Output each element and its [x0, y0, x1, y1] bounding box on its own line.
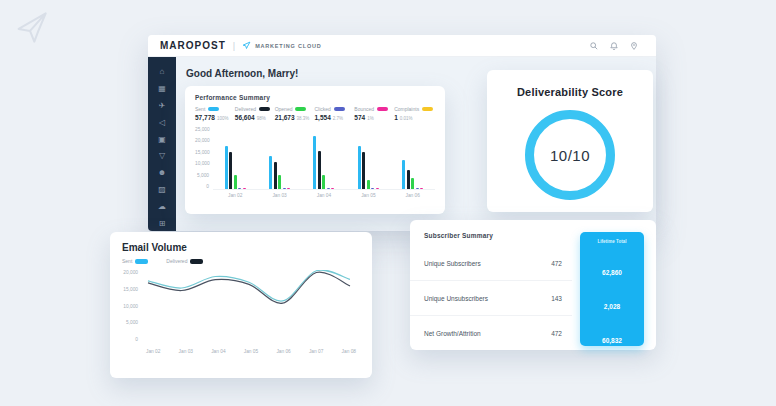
stat-sub-value: 100% [217, 116, 229, 121]
send-icon: ✈ [159, 102, 166, 110]
app-header: MAROPOST | MARKETING CLOUD [148, 35, 656, 57]
y-tick: 0 [195, 184, 209, 189]
sidebar-item-send[interactable]: ✈ [152, 99, 172, 113]
stat-color-pill [259, 107, 270, 111]
stat-label: Clicked [314, 106, 330, 112]
stat-bounced: Bounced5741% [354, 106, 394, 121]
greeting: Good Afternoon, Marry! [186, 68, 298, 79]
maropost-logo: MAROPOST [160, 40, 226, 51]
email-volume-card: Email Volume SentDelivered 20,00015,0001… [110, 232, 372, 378]
bar-bounced [331, 188, 334, 189]
stat-value-row: 5741% [354, 114, 394, 121]
bar-delivered [229, 152, 232, 189]
bar-group [402, 127, 423, 189]
subscriber-row: Unique Unsubscribers143 [410, 280, 572, 315]
bar-bounced [243, 188, 246, 189]
subscriber-row-value: 472 [551, 260, 562, 267]
sidebar-item-cart[interactable]: ⊞ [152, 217, 172, 231]
x-tick: Jan 08 [342, 349, 356, 354]
bar-bounced [287, 188, 290, 189]
sidebar-item-megaphone[interactable]: ◁ [152, 116, 172, 130]
stat-label: Complaints [394, 106, 419, 112]
y-tick: 5,000 [122, 320, 138, 325]
y-tick: 25,000 [195, 127, 209, 132]
bar-opened [411, 178, 414, 189]
line-chart-y-axis: 20,00015,00010,0005,0000 [122, 270, 142, 342]
performance-stats: Sent57,778100%Delivered56,60498%Opened21… [195, 106, 435, 121]
stat-header: Clicked [314, 106, 354, 112]
stat-value-row: 10.01% [394, 114, 434, 121]
stat-sub-value: 1% [367, 116, 374, 121]
bar-chart-x-axis: Jan 02Jan 03Jan 04Jan 05Jan 06 [213, 193, 435, 198]
x-tick: Jan 04 [317, 193, 331, 198]
bar-sent [402, 160, 405, 189]
stat-value-row: 56,60498% [235, 114, 275, 121]
stat-value: 57,778 [195, 114, 215, 121]
legend-label: Delivered [166, 258, 187, 264]
bar-opened [367, 180, 370, 189]
stat-clicked: Clicked1,5542.7% [314, 106, 354, 121]
x-tick: Jan 02 [146, 349, 160, 354]
y-tick: 20,000 [122, 270, 138, 275]
x-tick: Jan 03 [179, 349, 193, 354]
line-chart-plot: Jan 02Jan 03Jan 04Jan 05Jan 06Jan 07Jan … [142, 270, 360, 354]
product-name: MARKETING CLOUD [255, 43, 321, 49]
x-tick: Jan 07 [309, 349, 323, 354]
sidebar-item-briefcase[interactable]: ▣ [152, 133, 172, 147]
stat-label: Delivered [235, 106, 256, 112]
home-icon: ⌂ [160, 68, 165, 76]
legend-color-pill [135, 259, 148, 264]
cart-icon: ⊞ [159, 220, 166, 228]
score-value: 10/10 [550, 147, 590, 164]
sidebar-item-user[interactable]: ☻ [152, 166, 172, 180]
sidebar-item-filter[interactable]: ▽ [152, 150, 172, 164]
media-icon: ▨ [158, 186, 166, 194]
user-icon: ☻ [158, 169, 166, 177]
bell-icon[interactable] [610, 42, 618, 50]
legend-sent: Sent [122, 258, 148, 264]
search-icon[interactable] [590, 42, 598, 50]
subscriber-row-label: Net Growth/Attrition [424, 330, 481, 337]
stat-value: 21,673 [275, 114, 295, 121]
logo-divider: | [233, 41, 235, 51]
bar-clicked [238, 188, 241, 189]
performance-summary-card: Performance Summary Sent57,778100%Delive… [185, 86, 445, 214]
megaphone-icon: ◁ [159, 119, 165, 127]
stat-value: 1,554 [314, 114, 330, 121]
x-tick: Jan 03 [272, 193, 286, 198]
sidebar-item-analytics[interactable]: ▦ [152, 82, 172, 96]
email-volume-line-chart: 20,00015,00010,0005,0000Jan 02Jan 03Jan … [122, 270, 360, 354]
bar-opened [322, 175, 325, 189]
bar-bounced [420, 188, 423, 189]
bar-group [313, 127, 334, 189]
bar-sent [225, 146, 228, 189]
bar-clicked [416, 188, 419, 189]
stat-color-pill [422, 107, 433, 111]
stat-header: Delivered [235, 106, 275, 112]
sidebar-item-home[interactable]: ⌂ [152, 65, 172, 79]
x-tick: Jan 04 [211, 349, 225, 354]
stat-value: 56,604 [235, 114, 255, 121]
x-tick: Jan 05 [244, 349, 258, 354]
sidebar-item-cloud[interactable]: ☁ [152, 200, 172, 214]
stat-value-row: 21,67338.3% [275, 114, 315, 121]
email-volume-legend: SentDelivered [122, 258, 360, 264]
bar-group [358, 127, 379, 189]
bar-delivered [362, 152, 365, 189]
stat-delivered: Delivered56,60498% [235, 106, 275, 121]
lifetime-value: 62,860 [580, 269, 644, 276]
line-sent [148, 270, 350, 301]
location-icon[interactable] [630, 42, 638, 50]
sidebar-item-media[interactable]: ▨ [152, 183, 172, 197]
y-tick: 20,000 [195, 138, 209, 143]
y-tick: 0 [122, 337, 138, 342]
stat-sent: Sent57,778100% [195, 106, 235, 121]
x-tick: Jan 06 [406, 193, 420, 198]
stat-value: 574 [354, 114, 365, 121]
stat-color-pill [208, 107, 219, 111]
cloud-icon: ☁ [158, 203, 166, 211]
bar-clicked [371, 188, 374, 189]
deliverability-card: Deliverability Score 10/10 [487, 70, 653, 212]
stat-label: Bounced [354, 106, 374, 112]
stat-header: Opened [275, 106, 315, 112]
